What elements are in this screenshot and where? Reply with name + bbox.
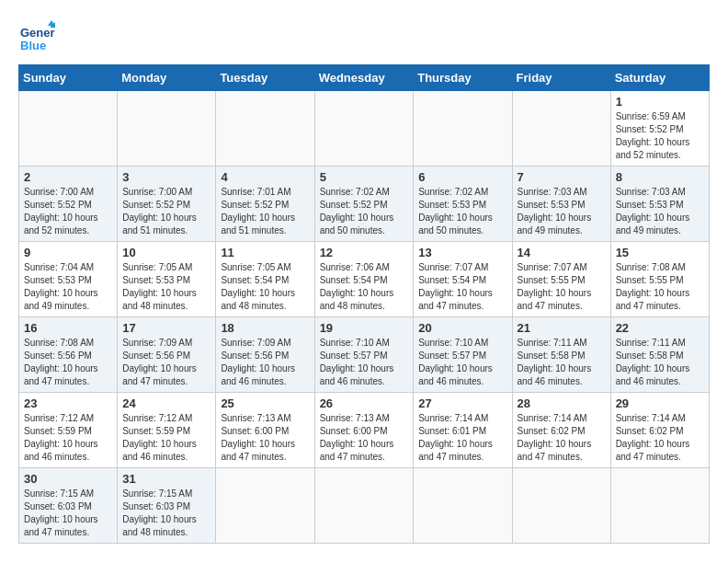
logo-icon: General Blue xyxy=(18,18,55,55)
day-info: Sunrise: 7:09 AM Sunset: 5:56 PM Dayligh… xyxy=(221,337,309,388)
day-cell: 15Sunrise: 7:08 AM Sunset: 5:55 PM Dayli… xyxy=(610,242,709,317)
day-cell: 4Sunrise: 7:01 AM Sunset: 5:52 PM Daylig… xyxy=(216,167,314,242)
logo: General Blue xyxy=(18,18,59,55)
day-info: Sunrise: 7:14 AM Sunset: 6:02 PM Dayligh… xyxy=(616,412,704,464)
day-number: 18 xyxy=(221,321,309,335)
svg-text:Blue: Blue xyxy=(20,39,46,52)
day-cell: 14Sunrise: 7:07 AM Sunset: 5:55 PM Dayli… xyxy=(512,242,610,317)
day-info: Sunrise: 7:08 AM Sunset: 5:55 PM Dayligh… xyxy=(616,261,704,313)
day-number: 12 xyxy=(320,246,409,259)
day-cell: 6Sunrise: 7:02 AM Sunset: 5:53 PM Daylig… xyxy=(414,167,512,242)
day-number: 6 xyxy=(418,170,506,184)
day-info: Sunrise: 7:12 AM Sunset: 5:59 PM Dayligh… xyxy=(24,412,112,464)
week-row-5: 23Sunrise: 7:12 AM Sunset: 5:59 PM Dayli… xyxy=(19,393,710,468)
day-info: Sunrise: 7:00 AM Sunset: 5:52 PM Dayligh… xyxy=(24,186,112,237)
day-cell: 18Sunrise: 7:09 AM Sunset: 5:56 PM Dayli… xyxy=(216,317,314,393)
day-info: Sunrise: 7:07 AM Sunset: 5:54 PM Dayligh… xyxy=(418,261,506,313)
day-number: 13 xyxy=(418,246,506,259)
day-cell xyxy=(314,91,414,167)
day-cell: 22Sunrise: 7:11 AM Sunset: 5:58 PM Dayli… xyxy=(610,317,709,393)
day-info: Sunrise: 7:03 AM Sunset: 5:53 PM Dayligh… xyxy=(616,186,704,237)
day-info: Sunrise: 6:59 AM Sunset: 5:52 PM Dayligh… xyxy=(616,110,704,162)
header-day-sunday: Sunday xyxy=(19,65,118,91)
day-number: 24 xyxy=(122,396,210,410)
header-day-saturday: Saturday xyxy=(610,65,709,91)
day-cell xyxy=(610,468,709,544)
day-number: 11 xyxy=(221,246,309,259)
day-cell: 28Sunrise: 7:14 AM Sunset: 6:02 PM Dayli… xyxy=(512,393,610,468)
day-info: Sunrise: 7:01 AM Sunset: 5:52 PM Dayligh… xyxy=(221,186,309,237)
header-row: SundayMondayTuesdayWednesdayThursdayFrid… xyxy=(19,65,710,91)
day-number: 20 xyxy=(418,321,506,335)
day-cell xyxy=(314,468,414,544)
day-number: 3 xyxy=(122,170,210,184)
day-cell: 12Sunrise: 7:06 AM Sunset: 5:54 PM Dayli… xyxy=(314,242,414,317)
day-cell: 20Sunrise: 7:10 AM Sunset: 5:57 PM Dayli… xyxy=(414,317,512,393)
day-info: Sunrise: 7:09 AM Sunset: 5:56 PM Dayligh… xyxy=(122,337,210,388)
header-day-tuesday: Tuesday xyxy=(216,65,314,91)
day-number: 28 xyxy=(518,396,606,410)
day-cell xyxy=(414,468,512,544)
day-cell: 9Sunrise: 7:04 AM Sunset: 5:53 PM Daylig… xyxy=(19,242,118,317)
day-cell xyxy=(216,91,314,167)
day-cell: 31Sunrise: 7:15 AM Sunset: 6:03 PM Dayli… xyxy=(118,468,216,544)
header-day-monday: Monday xyxy=(118,65,216,91)
day-cell: 23Sunrise: 7:12 AM Sunset: 5:59 PM Dayli… xyxy=(19,393,118,468)
day-cell: 27Sunrise: 7:14 AM Sunset: 6:01 PM Dayli… xyxy=(414,393,512,468)
week-row-2: 2Sunrise: 7:00 AM Sunset: 5:52 PM Daylig… xyxy=(19,167,710,242)
day-number: 7 xyxy=(518,170,606,184)
week-row-3: 9Sunrise: 7:04 AM Sunset: 5:53 PM Daylig… xyxy=(19,242,710,317)
day-number: 30 xyxy=(24,472,112,486)
day-cell xyxy=(512,468,610,544)
day-cell: 17Sunrise: 7:09 AM Sunset: 5:56 PM Dayli… xyxy=(118,317,216,393)
header-day-thursday: Thursday xyxy=(414,65,512,91)
day-info: Sunrise: 7:12 AM Sunset: 5:59 PM Dayligh… xyxy=(122,412,210,464)
day-number: 14 xyxy=(518,246,606,259)
day-number: 5 xyxy=(320,170,409,184)
day-number: 31 xyxy=(122,472,210,486)
day-info: Sunrise: 7:15 AM Sunset: 6:03 PM Dayligh… xyxy=(24,488,112,539)
day-number: 25 xyxy=(221,396,309,410)
day-cell: 24Sunrise: 7:12 AM Sunset: 5:59 PM Dayli… xyxy=(118,393,216,468)
day-cell: 30Sunrise: 7:15 AM Sunset: 6:03 PM Dayli… xyxy=(19,468,118,544)
day-number: 26 xyxy=(320,396,409,410)
day-cell: 13Sunrise: 7:07 AM Sunset: 5:54 PM Dayli… xyxy=(414,242,512,317)
day-cell: 3Sunrise: 7:00 AM Sunset: 5:52 PM Daylig… xyxy=(118,167,216,242)
day-cell: 10Sunrise: 7:05 AM Sunset: 5:53 PM Dayli… xyxy=(118,242,216,317)
day-cell: 1Sunrise: 6:59 AM Sunset: 5:52 PM Daylig… xyxy=(610,91,709,167)
day-info: Sunrise: 7:07 AM Sunset: 5:55 PM Dayligh… xyxy=(518,261,606,313)
week-row-6: 30Sunrise: 7:15 AM Sunset: 6:03 PM Dayli… xyxy=(19,468,710,544)
day-info: Sunrise: 7:02 AM Sunset: 5:52 PM Dayligh… xyxy=(320,186,409,237)
day-info: Sunrise: 7:13 AM Sunset: 6:00 PM Dayligh… xyxy=(320,412,409,464)
day-cell: 25Sunrise: 7:13 AM Sunset: 6:00 PM Dayli… xyxy=(216,393,314,468)
day-number: 19 xyxy=(320,321,409,335)
day-number: 9 xyxy=(24,246,112,259)
day-info: Sunrise: 7:04 AM Sunset: 5:53 PM Dayligh… xyxy=(24,261,112,313)
calendar-table: SundayMondayTuesdayWednesdayThursdayFrid… xyxy=(18,64,710,544)
day-number: 4 xyxy=(221,170,309,184)
day-cell: 11Sunrise: 7:05 AM Sunset: 5:54 PM Dayli… xyxy=(216,242,314,317)
header-day-friday: Friday xyxy=(512,65,610,91)
day-info: Sunrise: 7:13 AM Sunset: 6:00 PM Dayligh… xyxy=(221,412,309,464)
day-cell xyxy=(512,91,610,167)
day-cell: 29Sunrise: 7:14 AM Sunset: 6:02 PM Dayli… xyxy=(610,393,709,468)
day-number: 17 xyxy=(122,321,210,335)
day-info: Sunrise: 7:08 AM Sunset: 5:56 PM Dayligh… xyxy=(24,337,112,388)
day-cell xyxy=(118,91,216,167)
day-info: Sunrise: 7:11 AM Sunset: 5:58 PM Dayligh… xyxy=(616,337,704,388)
day-info: Sunrise: 7:05 AM Sunset: 5:54 PM Dayligh… xyxy=(221,261,309,313)
day-number: 16 xyxy=(24,321,112,335)
day-info: Sunrise: 7:14 AM Sunset: 6:01 PM Dayligh… xyxy=(418,412,506,464)
day-number: 23 xyxy=(24,396,112,410)
svg-text:General: General xyxy=(20,26,55,40)
day-cell xyxy=(414,91,512,167)
day-number: 29 xyxy=(616,396,704,410)
day-cell: 8Sunrise: 7:03 AM Sunset: 5:53 PM Daylig… xyxy=(610,167,709,242)
day-cell: 7Sunrise: 7:03 AM Sunset: 5:53 PM Daylig… xyxy=(512,167,610,242)
day-cell: 21Sunrise: 7:11 AM Sunset: 5:58 PM Dayli… xyxy=(512,317,610,393)
day-cell: 26Sunrise: 7:13 AM Sunset: 6:00 PM Dayli… xyxy=(314,393,414,468)
day-number: 8 xyxy=(616,170,704,184)
day-cell: 19Sunrise: 7:10 AM Sunset: 5:57 PM Dayli… xyxy=(314,317,414,393)
day-number: 22 xyxy=(616,321,704,335)
day-cell: 16Sunrise: 7:08 AM Sunset: 5:56 PM Dayli… xyxy=(19,317,118,393)
